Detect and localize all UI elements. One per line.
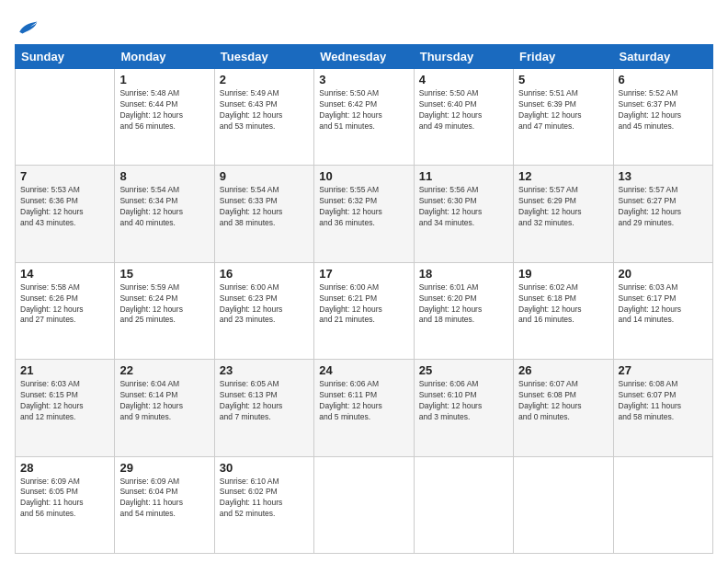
day-number: 23 [220, 363, 309, 377]
calendar-week-row: 21Sunrise: 6:03 AM Sunset: 6:15 PM Dayli… [16, 360, 713, 456]
calendar-cell: 18Sunrise: 6:01 AM Sunset: 6:20 PM Dayli… [414, 262, 513, 359]
day-number: 28 [20, 461, 109, 475]
day-number: 22 [119, 363, 209, 377]
day-info: Sunrise: 5:58 AM Sunset: 6:26 PM Dayligh… [20, 282, 109, 327]
day-info: Sunrise: 6:08 AM Sunset: 6:07 PM Dayligh… [619, 379, 708, 423]
calendar-cell: 1Sunrise: 5:48 AM Sunset: 6:44 PM Daylig… [115, 69, 214, 166]
day-number: 11 [419, 169, 508, 183]
calendar-table: SundayMondayTuesdayWednesdayThursdayFrid… [15, 44, 713, 554]
calendar-cell: 13Sunrise: 5:57 AM Sunset: 6:27 PM Dayli… [613, 166, 712, 262]
day-info: Sunrise: 6:05 AM Sunset: 6:13 PM Dayligh… [220, 379, 309, 423]
day-number: 17 [319, 267, 408, 281]
logo [15, 18, 39, 37]
weekday-header-monday: Monday [115, 45, 214, 69]
calendar-header-row: SundayMondayTuesdayWednesdayThursdayFrid… [16, 45, 713, 69]
calendar-cell: 24Sunrise: 6:06 AM Sunset: 6:11 PM Dayli… [314, 360, 414, 456]
calendar-cell [414, 456, 513, 553]
day-number: 10 [319, 169, 408, 183]
calendar-cell: 21Sunrise: 6:03 AM Sunset: 6:15 PM Dayli… [16, 360, 115, 456]
weekday-header-thursday: Thursday [414, 45, 513, 69]
calendar-cell: 28Sunrise: 6:09 AM Sunset: 6:05 PM Dayli… [16, 456, 115, 553]
day-number: 26 [518, 363, 608, 377]
day-info: Sunrise: 6:02 AM Sunset: 6:18 PM Dayligh… [518, 282, 608, 327]
day-number: 27 [619, 363, 708, 377]
day-info: Sunrise: 6:04 AM Sunset: 6:14 PM Dayligh… [119, 379, 209, 423]
day-info: Sunrise: 6:06 AM Sunset: 6:11 PM Dayligh… [319, 379, 408, 423]
day-number: 8 [119, 169, 209, 183]
calendar-cell [314, 456, 414, 553]
day-number: 14 [20, 267, 109, 281]
day-number: 30 [220, 461, 309, 475]
day-info: Sunrise: 6:01 AM Sunset: 6:20 PM Dayligh… [419, 282, 508, 327]
weekday-header-tuesday: Tuesday [214, 45, 313, 69]
day-number: 7 [20, 169, 109, 183]
day-info: Sunrise: 5:50 AM Sunset: 6:40 PM Dayligh… [419, 88, 508, 132]
weekday-header-wednesday: Wednesday [314, 45, 414, 69]
calendar-cell: 20Sunrise: 6:03 AM Sunset: 6:17 PM Dayli… [613, 262, 712, 359]
calendar-cell: 8Sunrise: 5:54 AM Sunset: 6:34 PM Daylig… [115, 166, 214, 262]
day-info: Sunrise: 6:03 AM Sunset: 6:17 PM Dayligh… [619, 282, 708, 327]
day-number: 3 [319, 73, 408, 86]
calendar-cell: 23Sunrise: 6:05 AM Sunset: 6:13 PM Dayli… [214, 360, 313, 456]
day-number: 29 [119, 461, 209, 475]
day-info: Sunrise: 6:09 AM Sunset: 6:04 PM Dayligh… [119, 477, 209, 521]
day-info: Sunrise: 5:48 AM Sunset: 6:44 PM Dayligh… [119, 88, 209, 132]
calendar-cell: 30Sunrise: 6:10 AM Sunset: 6:02 PM Dayli… [214, 456, 313, 553]
day-number: 1 [119, 73, 209, 86]
calendar-cell: 15Sunrise: 5:59 AM Sunset: 6:24 PM Dayli… [115, 262, 214, 359]
day-info: Sunrise: 5:57 AM Sunset: 6:27 PM Dayligh… [619, 185, 708, 229]
day-number: 6 [619, 73, 708, 86]
day-info: Sunrise: 6:00 AM Sunset: 6:23 PM Dayligh… [220, 282, 309, 327]
day-info: Sunrise: 5:54 AM Sunset: 6:34 PM Dayligh… [119, 185, 209, 229]
day-number: 18 [419, 267, 508, 281]
day-number: 16 [220, 267, 309, 281]
weekday-header-friday: Friday [514, 45, 613, 69]
day-info: Sunrise: 5:50 AM Sunset: 6:42 PM Dayligh… [319, 88, 408, 132]
calendar-week-row: 1Sunrise: 5:48 AM Sunset: 6:44 PM Daylig… [16, 69, 713, 166]
day-info: Sunrise: 5:57 AM Sunset: 6:29 PM Dayligh… [518, 185, 608, 229]
weekday-header-sunday: Sunday [16, 45, 115, 69]
calendar-cell: 2Sunrise: 5:49 AM Sunset: 6:43 PM Daylig… [214, 69, 313, 166]
day-info: Sunrise: 5:55 AM Sunset: 6:32 PM Dayligh… [319, 185, 408, 229]
day-number: 5 [518, 73, 608, 86]
day-info: Sunrise: 5:59 AM Sunset: 6:24 PM Dayligh… [119, 282, 209, 327]
day-number: 13 [619, 169, 708, 183]
calendar-cell: 29Sunrise: 6:09 AM Sunset: 6:04 PM Dayli… [115, 456, 214, 553]
day-info: Sunrise: 5:52 AM Sunset: 6:37 PM Dayligh… [619, 88, 708, 132]
calendar-cell: 4Sunrise: 5:50 AM Sunset: 6:40 PM Daylig… [414, 69, 513, 166]
day-number: 24 [319, 363, 408, 377]
weekday-header-saturday: Saturday [613, 45, 712, 69]
day-number: 12 [518, 169, 608, 183]
calendar-cell [16, 69, 115, 166]
calendar-cell: 14Sunrise: 5:58 AM Sunset: 6:26 PM Dayli… [16, 262, 115, 359]
calendar-cell: 19Sunrise: 6:02 AM Sunset: 6:18 PM Dayli… [514, 262, 613, 359]
calendar-week-row: 28Sunrise: 6:09 AM Sunset: 6:05 PM Dayli… [16, 456, 713, 553]
logo-bird-icon [17, 18, 39, 37]
day-info: Sunrise: 5:51 AM Sunset: 6:39 PM Dayligh… [518, 88, 608, 132]
day-number: 25 [419, 363, 508, 377]
day-number: 15 [119, 267, 209, 281]
calendar-week-row: 14Sunrise: 5:58 AM Sunset: 6:26 PM Dayli… [16, 262, 713, 359]
day-info: Sunrise: 6:10 AM Sunset: 6:02 PM Dayligh… [220, 477, 309, 521]
calendar-cell: 10Sunrise: 5:55 AM Sunset: 6:32 PM Dayli… [314, 166, 414, 262]
day-info: Sunrise: 6:09 AM Sunset: 6:05 PM Dayligh… [20, 477, 109, 521]
calendar-cell: 26Sunrise: 6:07 AM Sunset: 6:08 PM Dayli… [514, 360, 613, 456]
calendar-week-row: 7Sunrise: 5:53 AM Sunset: 6:36 PM Daylig… [16, 166, 713, 262]
calendar-cell: 6Sunrise: 5:52 AM Sunset: 6:37 PM Daylig… [613, 69, 712, 166]
calendar-cell: 12Sunrise: 5:57 AM Sunset: 6:29 PM Dayli… [514, 166, 613, 262]
day-info: Sunrise: 5:56 AM Sunset: 6:30 PM Dayligh… [419, 185, 508, 229]
day-number: 2 [220, 73, 309, 86]
calendar-cell: 7Sunrise: 5:53 AM Sunset: 6:36 PM Daylig… [16, 166, 115, 262]
calendar-cell: 9Sunrise: 5:54 AM Sunset: 6:33 PM Daylig… [214, 166, 313, 262]
day-info: Sunrise: 5:53 AM Sunset: 6:36 PM Dayligh… [20, 185, 109, 229]
calendar-cell: 17Sunrise: 6:00 AM Sunset: 6:21 PM Dayli… [314, 262, 414, 359]
calendar-cell: 5Sunrise: 5:51 AM Sunset: 6:39 PM Daylig… [514, 69, 613, 166]
day-number: 21 [20, 363, 109, 377]
day-info: Sunrise: 6:07 AM Sunset: 6:08 PM Dayligh… [518, 379, 608, 423]
day-info: Sunrise: 6:00 AM Sunset: 6:21 PM Dayligh… [319, 282, 408, 327]
day-info: Sunrise: 5:54 AM Sunset: 6:33 PM Dayligh… [220, 185, 309, 229]
calendar-cell [514, 456, 613, 553]
page-header [15, 15, 713, 37]
calendar-cell: 3Sunrise: 5:50 AM Sunset: 6:42 PM Daylig… [314, 69, 414, 166]
calendar-cell: 22Sunrise: 6:04 AM Sunset: 6:14 PM Dayli… [115, 360, 214, 456]
